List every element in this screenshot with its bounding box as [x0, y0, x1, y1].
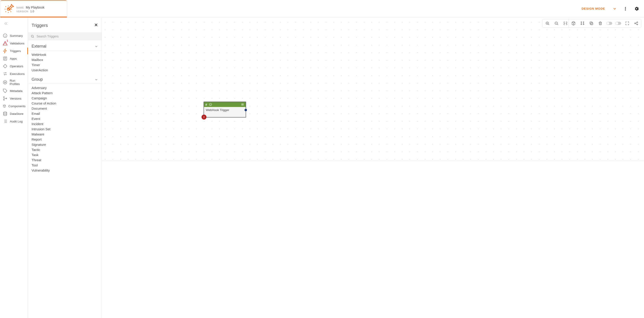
nav-item-label: Metadata [10, 89, 22, 93]
nav-item-operators[interactable]: Operators [0, 62, 28, 70]
menu-icon[interactable] [241, 103, 244, 106]
nav-item-datastore[interactable]: DataStore [0, 110, 28, 117]
trigger-item[interactable]: Threat [32, 157, 102, 163]
nav-item-executions[interactable]: Executions [0, 70, 28, 78]
nav-item-components[interactable]: Components [0, 102, 28, 110]
fullscreen-button[interactable] [623, 20, 632, 27]
playbook-version: 1.0 [30, 10, 34, 13]
trigger-item[interactable]: Email [32, 111, 102, 116]
cube-icon [3, 104, 6, 108]
svg-rect-18 [591, 23, 593, 25]
toggle-b-button[interactable] [614, 20, 623, 27]
align-button[interactable] [578, 20, 587, 27]
trigger-item[interactable]: Event [32, 116, 102, 121]
nav-item-run-profiles[interactable]: Run Profiles [0, 78, 28, 87]
play-circle-icon [3, 80, 8, 85]
svg-rect-16 [581, 24, 582, 25]
trigger-item[interactable]: Course of Action [32, 101, 102, 106]
zoom-out-button[interactable] [552, 20, 561, 27]
tag-icon [3, 88, 8, 93]
apps-icon [3, 56, 8, 61]
webhook-trigger-node[interactable]: # WebHook Trigger ! [204, 102, 246, 117]
nav-item-label: Triggers [10, 49, 21, 53]
playbook-gear-icon [3, 4, 13, 14]
trigger-item[interactable]: Document [32, 106, 102, 111]
database-icon [3, 111, 8, 116]
svg-point-7 [4, 97, 4, 98]
trigger-item[interactable]: Intrusion Set [32, 126, 102, 132]
app-header: NAMEMy Playbook VERSION1.0 DESIGN MODE [0, 0, 644, 18]
trigger-item[interactable]: Task [32, 152, 102, 157]
nav-item-label: Operators [10, 65, 23, 68]
share-button[interactable] [632, 20, 641, 27]
trigger-item[interactable]: Attack Pattern [32, 90, 102, 96]
version-label: VERSION [16, 10, 28, 13]
close-panel-button[interactable] [94, 23, 98, 28]
zoom-in-icon [545, 21, 550, 26]
trigger-item[interactable]: Timer [32, 62, 102, 68]
trigger-item[interactable]: Campaign [32, 96, 102, 101]
nav-badge: 1 [7, 40, 8, 42]
trigger-item[interactable]: Malware [32, 132, 102, 137]
zoom-in-button[interactable] [543, 20, 552, 27]
nav-item-summary[interactable]: Summary [0, 32, 28, 40]
trigger-item[interactable]: Adversary [32, 85, 102, 90]
trigger-item[interactable]: Mailbox [32, 57, 102, 62]
node-output-port[interactable] [244, 109, 247, 111]
group-title: External [32, 44, 46, 49]
nav-item-audit-log[interactable]: Audit Log [0, 117, 28, 125]
mode-button-label: DESIGN MODE [582, 7, 605, 10]
nodes-icon [580, 21, 585, 26]
node-header[interactable]: # [204, 102, 246, 107]
delete-button[interactable] [596, 20, 605, 27]
copy-button[interactable] [587, 20, 596, 27]
nav-item-label: Versions [10, 97, 22, 100]
pin-icon [6, 3, 14, 13]
header-actions: DESIGN MODE [582, 0, 644, 17]
collapse-nav-button[interactable] [0, 20, 12, 28]
expand-icon [563, 21, 568, 26]
nav-item-validations[interactable]: 1Validations [0, 40, 28, 47]
hash-icon: # [205, 103, 207, 106]
trigger-item[interactable]: Signature [32, 142, 102, 147]
toggle-a-button[interactable] [605, 20, 614, 27]
list-icon [3, 119, 8, 124]
node-error-badge[interactable]: ! [202, 115, 206, 119]
toggle-pill-icon [615, 22, 621, 25]
trigger-item[interactable]: Tactic [32, 147, 102, 152]
nav-item-apps[interactable]: Apps [0, 55, 28, 62]
trigger-item[interactable]: UserAction [32, 68, 102, 73]
bolt-icon [3, 48, 8, 53]
name-label: NAME [16, 6, 24, 9]
svg-point-8 [4, 100, 4, 100]
nav-item-label: Apps [10, 57, 17, 60]
group-items-group: AdversaryAttack PatternCampaignCourse of… [28, 84, 102, 174]
search-input[interactable] [36, 34, 99, 38]
cube-button[interactable] [569, 20, 578, 27]
trigger-item[interactable]: Incident [32, 121, 102, 126]
nav-item-triggers[interactable]: Triggers [0, 47, 28, 55]
chevron-down-icon [94, 45, 98, 48]
info-icon [209, 103, 212, 106]
nav-item-metadata[interactable]: Metadata [0, 87, 28, 95]
mode-button[interactable]: DESIGN MODE [582, 7, 617, 11]
canvas-layer[interactable]: # WebHook Trigger ! [102, 18, 644, 318]
svg-point-11 [31, 35, 33, 37]
copy-icon [589, 21, 594, 26]
branch-icon [3, 96, 8, 101]
zoom-toolbar [542, 19, 570, 28]
svg-point-2 [625, 8, 626, 9]
zoom-out-icon [554, 21, 559, 26]
group-header-external[interactable]: External [28, 41, 102, 51]
left-nav: Summary1ValidationsTriggersAppsOperators… [0, 18, 28, 318]
trigger-item[interactable]: Report [32, 137, 102, 142]
more-menu-button[interactable] [623, 6, 628, 11]
trigger-item[interactable]: WebHook [32, 52, 102, 57]
group-header-group[interactable]: Group [28, 74, 102, 84]
settings-button[interactable] [634, 6, 639, 11]
trigger-item[interactable]: Tool [32, 163, 102, 168]
trigger-item[interactable]: Vulnerability [32, 168, 102, 173]
nav-item-label: Executions [10, 72, 25, 76]
playbook-tab[interactable]: NAMEMy Playbook VERSION1.0 [0, 0, 67, 17]
nav-item-versions[interactable]: Versions [0, 95, 28, 102]
